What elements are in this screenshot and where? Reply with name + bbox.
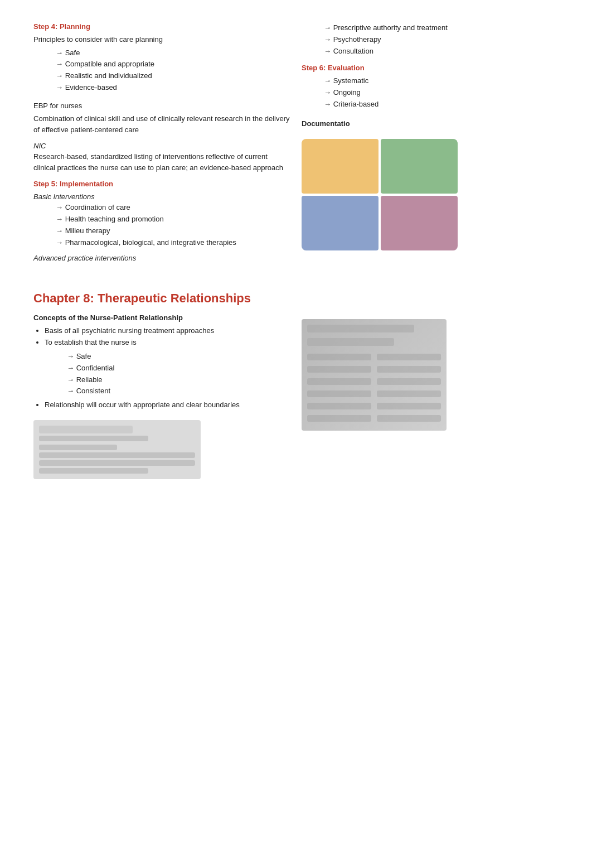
adv-item-3: Consultation <box>324 46 559 57</box>
quality-2: Confidential <box>67 363 290 374</box>
blurred-block <box>39 445 195 474</box>
concepts-bullet-list-2: Relationship will occur with appropriate… <box>33 399 290 411</box>
cell-3 <box>307 366 371 373</box>
doc-quad-1 <box>302 139 379 194</box>
documentation-title: Documentatio <box>302 119 559 128</box>
img-row-4 <box>307 390 441 397</box>
chapter8-section: Chapter 8: Therapeutic Relationships Con… <box>33 274 559 485</box>
step5-right-section: Prescriptive authority and treatment Psy… <box>302 22 559 57</box>
cell-2 <box>377 354 441 360</box>
img-row-5 <box>307 403 441 409</box>
documentation-image <box>302 139 458 250</box>
step6-title: Step 6: Evaluation <box>302 64 559 72</box>
step4-title: Step 4: Planning <box>33 22 290 31</box>
top-two-col: Step 4: Planning Principles to consider … <box>33 22 559 269</box>
basic-items-list: Coordination of care Health teaching and… <box>33 202 290 248</box>
blurred-line-2 <box>39 445 117 450</box>
ebp-label: EBP for nurses <box>33 100 290 112</box>
bottom-left-blurred <box>33 420 201 479</box>
img-header-2 <box>307 338 394 346</box>
eval-item-3: Criteria-based <box>324 99 559 110</box>
ebp-section: EBP for nurses Combination of clinical s… <box>33 100 290 136</box>
basic-item-1: Coordination of care <box>56 202 290 214</box>
quality-4: Consistent <box>67 385 290 397</box>
principle-4: Evidence-based <box>56 82 290 94</box>
basic-item-3: Milieu therapy <box>56 225 290 237</box>
eval-item-1: Systematic <box>324 75 559 87</box>
basic-item-4: Pharmacological, biological, and integra… <box>56 237 290 249</box>
step5-section: Step 5: Implementation Basic Interventio… <box>33 180 290 262</box>
nic-section: NIC Research-based, standardized listing… <box>33 142 290 173</box>
chapter8-two-col: Concepts of the Nurse-Patient Relationsh… <box>33 314 559 479</box>
step4-section: Step 4: Planning Principles to consider … <box>33 22 290 94</box>
cell-7 <box>307 390 371 397</box>
principle-1: Safe <box>56 47 290 59</box>
nurse-qualities-list: Safe Confidential Reliable Consistent <box>33 351 290 397</box>
doc-quad-3 <box>302 196 379 250</box>
blurred-line-1 <box>39 436 148 441</box>
cell-11 <box>307 415 371 422</box>
concepts-title: Concepts of the Nurse-Patient Relationsh… <box>33 314 290 322</box>
img-row-2 <box>307 366 441 373</box>
blurred-header-1 <box>39 426 133 433</box>
principles-intro: Principles to consider with care plannin… <box>33 34 290 45</box>
quality-3: Reliable <box>67 374 290 386</box>
adv-item-2: Psychotherapy <box>324 34 559 46</box>
right-column: Prescriptive authority and treatment Psy… <box>302 22 559 269</box>
ebp-text: Combination of clinical skill and use of… <box>33 113 290 135</box>
cell-10 <box>377 403 441 409</box>
documentation-section: Documentatio <box>302 119 559 250</box>
blurred-line-3 <box>39 452 195 458</box>
nic-label: NIC <box>33 142 290 150</box>
bullet-1: Basis of all psychiatric nursing treatme… <box>45 325 290 337</box>
bullet-3: Relationship will occur with appropriate… <box>45 399 290 411</box>
cell-5 <box>307 378 371 385</box>
blurred-line-4 <box>39 460 195 466</box>
cell-1 <box>307 354 371 360</box>
img-row-3 <box>307 378 441 385</box>
bullet-2: To establish that the nurse is <box>45 337 290 349</box>
cell-12 <box>377 415 441 422</box>
chapter8-right <box>302 314 559 479</box>
concepts-bullet-list: Basis of all psychiatric nursing treatme… <box>33 325 290 349</box>
cell-4 <box>377 366 441 373</box>
chapter8-title: Chapter 8: Therapeutic Relationships <box>33 291 559 306</box>
nurse-image <box>302 319 447 431</box>
basic-label: Basic Interventions <box>33 192 290 201</box>
quality-1: Safe <box>67 351 290 363</box>
cell-6 <box>377 378 441 385</box>
step6-section: Step 6: Evaluation Systematic Ongoing Cr… <box>302 64 559 110</box>
cell-8 <box>377 390 441 397</box>
advanced-label: Advanced practice interventions <box>33 254 290 262</box>
img-header-1 <box>307 325 414 332</box>
chapter8-left: Concepts of the Nurse-Patient Relationsh… <box>33 314 290 479</box>
step5-right-list: Prescriptive authority and treatment Psy… <box>302 22 559 57</box>
nic-text: Research-based, standardized listing of … <box>33 151 290 173</box>
doc-quad-2 <box>381 139 458 194</box>
doc-quad-4 <box>381 196 458 250</box>
step6-list: Systematic Ongoing Criteria-based <box>302 75 559 110</box>
img-row-6 <box>307 415 441 422</box>
eval-item-2: Ongoing <box>324 87 559 99</box>
principle-2: Compatible and appropriate <box>56 59 290 70</box>
cell-9 <box>307 403 371 409</box>
principles-list: Safe Compatible and appropriate Realisti… <box>33 47 290 94</box>
left-column: Step 4: Planning Principles to consider … <box>33 22 290 269</box>
principle-3: Realistic and individualized <box>56 70 290 82</box>
img-row-1 <box>307 354 441 360</box>
step5-title: Step 5: Implementation <box>33 180 290 188</box>
blurred-line-5 <box>39 468 148 474</box>
basic-item-2: Health teaching and promotion <box>56 214 290 225</box>
adv-item-1: Prescriptive authority and treatment <box>324 22 559 34</box>
page-content: Step 4: Planning Principles to consider … <box>33 22 559 491</box>
